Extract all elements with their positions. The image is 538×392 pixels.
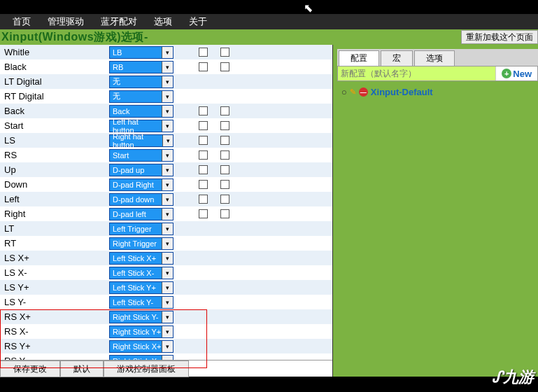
- mapping-select[interactable]: Right hat button▾: [109, 134, 174, 147]
- mapping-row: LS X-Left Stick X-▾: [0, 265, 332, 280]
- chevron-down-icon: ▾: [162, 106, 173, 117]
- checkbox[interactable]: [220, 106, 229, 115]
- checkbox[interactable]: [199, 62, 208, 71]
- mapping-label: Whitle: [0, 47, 109, 57]
- checkbox[interactable]: [199, 165, 208, 174]
- mapping-select[interactable]: D-pad left▾: [109, 208, 174, 220]
- page-title: Xinput(Windows游戏)选项-: [0, 30, 148, 45]
- checkbox[interactable]: [199, 136, 208, 145]
- mapping-select[interactable]: LB▾: [109, 46, 174, 59]
- checkbox[interactable]: [199, 150, 208, 160]
- mapping-row: RTRight Trigger▾: [0, 236, 332, 251]
- delete-icon[interactable]: —: [359, 88, 368, 97]
- mapping-select[interactable]: Left Stick Y+▾: [109, 281, 174, 294]
- checkbox[interactable]: [199, 48, 208, 57]
- mapping-select[interactable]: Start▾: [109, 149, 174, 162]
- reload-button[interactable]: 重新加载这个页面: [461, 30, 538, 44]
- mapping-row: LT Digital无▾: [0, 74, 332, 89]
- mapping-label: Up: [0, 164, 109, 175]
- mapping-select[interactable]: Right Stick X-▾: [109, 355, 174, 360]
- checkbox[interactable]: [220, 180, 229, 189]
- menu-bluetooth[interactable]: 蓝牙配对: [92, 15, 146, 28]
- mapping-select[interactable]: Right Stick Y+▾: [109, 326, 174, 338]
- chevron-down-icon: ▾: [162, 297, 173, 308]
- chevron-down-icon: ▾: [162, 194, 173, 205]
- mapping-select[interactable]: Left hat button▾: [109, 120, 174, 132]
- checkbox[interactable]: [220, 62, 229, 71]
- chevron-down-icon: ▾: [162, 356, 173, 360]
- mapping-row: DownD-pad Right▾: [0, 177, 332, 192]
- chevron-down-icon: ▾: [162, 326, 173, 337]
- menu-options[interactable]: 选项: [146, 15, 180, 28]
- mapping-select[interactable]: Right Trigger▾: [109, 237, 174, 250]
- mapping-label: LT: [0, 223, 109, 234]
- chevron-down-icon: ▾: [162, 209, 173, 220]
- checkbox[interactable]: [199, 209, 208, 218]
- config-panel: 配置 宏 选项 + New ○ ✎ — Xinput-Default: [333, 45, 538, 377]
- chevron-down-icon: ▾: [162, 238, 173, 249]
- mapping-panel: WhitleLB▾BlackRB▾LT Digital无▾RT Digital无…: [0, 45, 333, 377]
- mapping-row: RS Y+Right Stick X+▾: [0, 339, 332, 354]
- checkbox[interactable]: [220, 121, 229, 130]
- tab-macro[interactable]: 宏: [381, 50, 413, 66]
- mapping-select[interactable]: Right Stick Y-▾: [109, 311, 174, 323]
- mapping-row: LS Y-Left Stick Y-▾: [0, 295, 332, 309]
- checkbox[interactable]: [220, 136, 229, 145]
- menu-home[interactable]: 首页: [4, 15, 39, 28]
- chevron-down-icon: ▾: [162, 62, 173, 73]
- default-button[interactable]: 默认: [60, 360, 104, 377]
- mapping-select[interactable]: Back▾: [109, 105, 174, 118]
- checkbox[interactable]: [220, 165, 229, 174]
- mapping-row: LTLeft Trigger▾: [0, 221, 332, 236]
- checkbox[interactable]: [220, 195, 229, 204]
- menubar: 首页 管理驱动 蓝牙配对 选项 关于: [0, 14, 538, 29]
- mapping-row: RightD-pad left▾: [0, 206, 332, 221]
- menu-about[interactable]: 关于: [180, 15, 215, 28]
- bullet-icon: ○: [341, 87, 347, 97]
- chevron-down-icon: ▾: [162, 312, 173, 323]
- chevron-down-icon: ▾: [162, 76, 173, 88]
- checkbox[interactable]: [220, 150, 229, 160]
- chevron-down-icon: ▾: [162, 47, 173, 58]
- controller-panel-button[interactable]: 游戏控制器面板: [104, 360, 189, 377]
- chevron-down-icon: ▾: [162, 179, 173, 190]
- mapping-label: RS: [0, 150, 109, 160]
- menu-drivers[interactable]: 管理驱动: [39, 15, 92, 28]
- tab-config[interactable]: 配置: [339, 50, 379, 66]
- checkbox[interactable]: [220, 209, 229, 218]
- mapping-select[interactable]: Left Trigger▾: [109, 223, 174, 235]
- tab-options[interactable]: 选项: [414, 50, 455, 66]
- mapping-select[interactable]: Right Stick X+▾: [109, 340, 174, 353]
- mapping-select[interactable]: Left Stick Y-▾: [109, 296, 174, 309]
- chevron-down-icon: ▾: [162, 91, 173, 102]
- save-button[interactable]: 保存更改: [0, 360, 60, 377]
- mapping-select[interactable]: Left Stick X-▾: [109, 267, 174, 279]
- mapping-label: RT: [0, 238, 109, 248]
- mapping-label: LT Digital: [0, 76, 109, 87]
- mapping-label: Down: [0, 179, 109, 190]
- mapping-select[interactable]: 无▾: [109, 76, 174, 88]
- mapping-label: Right: [0, 209, 109, 219]
- mapping-select[interactable]: D-pad down▾: [109, 193, 174, 206]
- mapping-select[interactable]: D-pad up▾: [109, 164, 174, 176]
- chevron-down-icon: ▾: [162, 223, 173, 234]
- mapping-label: Black: [0, 62, 109, 72]
- config-name-input[interactable]: [338, 66, 495, 80]
- mapping-select[interactable]: RB▾: [109, 61, 174, 74]
- mapping-select[interactable]: Left Stick X+▾: [109, 252, 174, 265]
- chevron-down-icon: ▾: [162, 164, 173, 176]
- edit-icon[interactable]: ✎: [350, 88, 356, 97]
- mapping-row: WhitleLB▾: [0, 45, 332, 59]
- mapping-select[interactable]: D-pad Right▾: [109, 178, 174, 191]
- mapping-select[interactable]: 无▾: [109, 90, 174, 103]
- checkbox[interactable]: [199, 195, 208, 204]
- checkbox[interactable]: [199, 180, 208, 189]
- chevron-down-icon: ▾: [162, 150, 173, 161]
- config-list-item[interactable]: ○ ✎ — Xinput-Default: [341, 87, 534, 97]
- mapping-row: RS X-Right Stick Y+▾: [0, 324, 332, 339]
- checkbox[interactable]: [220, 48, 229, 57]
- checkbox[interactable]: [199, 106, 208, 115]
- new-config-button[interactable]: + New: [495, 66, 537, 80]
- mapping-label: Start: [0, 120, 109, 131]
- checkbox[interactable]: [199, 121, 208, 130]
